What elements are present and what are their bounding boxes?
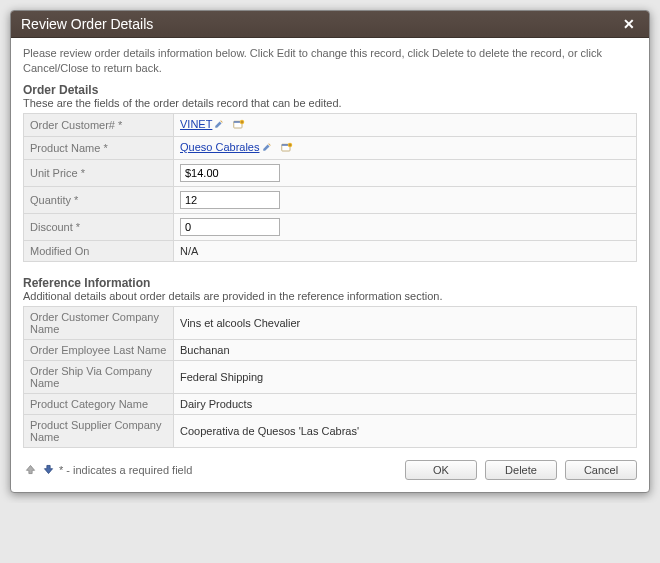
value-ship-via: Federal Shipping [174, 360, 637, 393]
label-ship-via: Order Ship Via Company Name [24, 360, 174, 393]
details-table: Order Customer# * VINET Product Name * [23, 113, 637, 262]
label-text: Unit Price [30, 167, 78, 179]
dialog-footer: * - indicates a required field OK Delete… [23, 460, 637, 480]
value-prod-cat: Dairy Products [174, 393, 637, 414]
dialog-instructions: Please review order details information … [23, 46, 637, 77]
required-asterisk: * [81, 167, 85, 179]
product-name-new-icon[interactable] [279, 141, 295, 155]
reference-table: Order Customer Company Name Vins et alco… [23, 306, 637, 448]
row-product-name: Product Name * Queso Cabrales [24, 136, 637, 159]
section-title-reference: Reference Information [23, 276, 637, 290]
row-prod-cat: Product Category Name Dairy Products [24, 393, 637, 414]
dialog-title: Review Order Details [21, 16, 153, 32]
label-text: Discount [30, 221, 73, 233]
label-order-customer: Order Customer# * [24, 113, 174, 136]
row-prod-supplier: Product Supplier Company Name Cooperativ… [24, 414, 637, 447]
section-desc-reference: Additional details about order details a… [23, 290, 637, 302]
label-prod-cat: Product Category Name [24, 393, 174, 414]
value-order-customer: VINET [174, 113, 637, 136]
order-customer-new-icon[interactable] [231, 118, 247, 132]
required-hint: * - indicates a required field [59, 464, 192, 476]
row-cust-company: Order Customer Company Name Vins et alco… [24, 306, 637, 339]
required-asterisk: * [76, 221, 80, 233]
label-quantity: Quantity * [24, 186, 174, 213]
dialog-body: Please review order details information … [11, 38, 649, 492]
value-discount [174, 213, 637, 240]
label-text: Quantity [30, 194, 71, 206]
value-prod-supplier: Cooperativa de Quesos 'Las Cabras' [174, 414, 637, 447]
value-product-name: Queso Cabrales [174, 136, 637, 159]
cancel-button[interactable]: Cancel [565, 460, 637, 480]
footer-left: * - indicates a required field [23, 463, 192, 477]
ok-button[interactable]: OK [405, 460, 477, 480]
footer-buttons: OK Delete Cancel [405, 460, 637, 480]
value-cust-company: Vins et alcools Chevalier [174, 306, 637, 339]
dialog-titlebar: Review Order Details ✕ [11, 11, 649, 38]
value-quantity [174, 186, 637, 213]
label-cust-company: Order Customer Company Name [24, 306, 174, 339]
label-emp-last: Order Employee Last Name [24, 339, 174, 360]
row-quantity: Quantity * [24, 186, 637, 213]
section-title-details: Order Details [23, 83, 637, 97]
delete-button[interactable]: Delete [485, 460, 557, 480]
label-text: Product Name [30, 142, 100, 154]
row-order-customer: Order Customer# * VINET [24, 113, 637, 136]
row-discount: Discount * [24, 213, 637, 240]
section-desc-details: These are the fields of the order detail… [23, 97, 637, 109]
label-prod-supplier: Product Supplier Company Name [24, 414, 174, 447]
pencil-icon [214, 119, 224, 129]
discount-input[interactable] [180, 218, 280, 236]
row-unit-price: Unit Price * [24, 159, 637, 186]
row-modified-on: Modified On N/A [24, 240, 637, 261]
row-emp-last: Order Employee Last Name Buchanan [24, 339, 637, 360]
label-product-name: Product Name * [24, 136, 174, 159]
order-customer-lookup-link[interactable]: VINET [180, 118, 224, 130]
required-asterisk: * [103, 142, 107, 154]
value-unit-price [174, 159, 637, 186]
unit-price-input[interactable] [180, 164, 280, 182]
prev-record-icon[interactable] [23, 463, 37, 477]
required-asterisk: * [118, 119, 122, 131]
label-modified-on: Modified On [24, 240, 174, 261]
row-ship-via: Order Ship Via Company Name Federal Ship… [24, 360, 637, 393]
next-record-icon[interactable] [41, 463, 55, 477]
label-discount: Discount * [24, 213, 174, 240]
label-text: Order Customer# [30, 119, 115, 131]
value-modified-on: N/A [174, 240, 637, 261]
lookup-text: Queso Cabrales [180, 141, 260, 153]
lookup-text: VINET [180, 118, 212, 130]
value-emp-last: Buchanan [174, 339, 637, 360]
review-order-dialog: Review Order Details ✕ Please review ord… [10, 10, 650, 493]
required-asterisk: * [74, 194, 78, 206]
label-unit-price: Unit Price * [24, 159, 174, 186]
product-name-lookup-link[interactable]: Queso Cabrales [180, 141, 272, 153]
pencil-icon [262, 142, 272, 152]
close-icon[interactable]: ✕ [619, 16, 639, 32]
quantity-input[interactable] [180, 191, 280, 209]
